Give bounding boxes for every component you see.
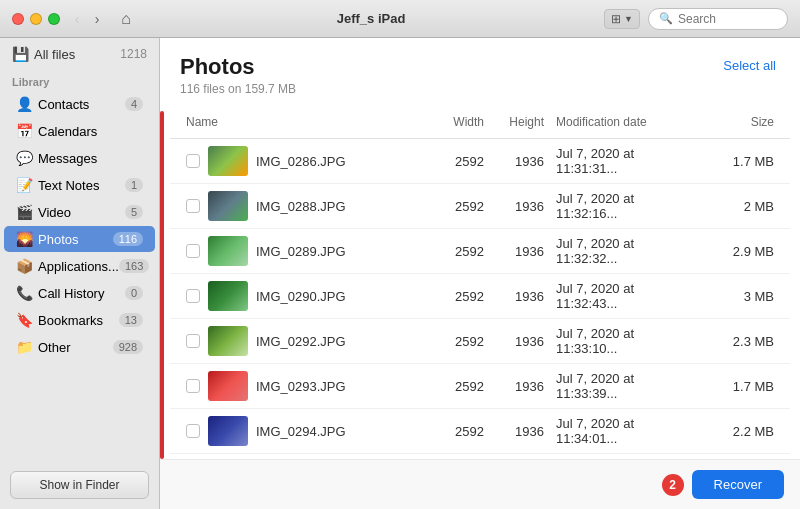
applications-icon: 📦 bbox=[16, 258, 32, 274]
forward-button[interactable]: › bbox=[88, 10, 106, 28]
table-row[interactable]: IMG_0294.JPG 2592 1936 Jul 7, 2020 at 11… bbox=[170, 409, 790, 454]
sidebar-item-label-applications: Applications... bbox=[38, 259, 119, 274]
sidebar-count-contacts: 4 bbox=[125, 97, 143, 111]
table-header: Name Width Height Modification date Size bbox=[170, 106, 790, 139]
file-label: IMG_0288.JPG bbox=[256, 199, 346, 214]
file-checkbox-4[interactable] bbox=[186, 334, 200, 348]
file-width: 2592 bbox=[430, 286, 490, 307]
table-row[interactable]: IMG_0293.JPG 2592 1936 Jul 7, 2020 at 11… bbox=[170, 364, 790, 409]
file-label: IMG_0293.JPG bbox=[256, 379, 346, 394]
col-header-name: Name bbox=[180, 111, 430, 133]
file-checkbox-5[interactable] bbox=[186, 379, 200, 393]
close-button[interactable] bbox=[12, 13, 24, 25]
col-header-size: Size bbox=[700, 111, 780, 133]
sidebar-item-left: 📞 Call History bbox=[16, 285, 104, 301]
select-all-button[interactable]: Select all bbox=[719, 54, 780, 77]
sidebar-item-applications[interactable]: 📦 Applications... 163 bbox=[4, 253, 155, 279]
table-row[interactable]: IMG_0290.JPG 2592 1936 Jul 7, 2020 at 11… bbox=[170, 274, 790, 319]
allfiles-count: 1218 bbox=[120, 47, 147, 61]
file-width: 2592 bbox=[430, 151, 490, 172]
file-height: 1936 bbox=[490, 331, 550, 352]
other-icon: 📁 bbox=[16, 339, 32, 355]
table-row[interactable]: IMG_0288.JPG 2592 1936 Jul 7, 2020 at 11… bbox=[170, 184, 790, 229]
file-mod-date: Jul 7, 2020 at 11:32:32... bbox=[550, 233, 700, 269]
video-icon: 🎬 bbox=[16, 204, 32, 220]
allfiles-left: 💾 All files bbox=[12, 46, 75, 62]
file-checkbox-0[interactable] bbox=[186, 154, 200, 168]
file-size: 1.7 MB bbox=[700, 376, 780, 397]
file-name-cell: IMG_0295.JPG bbox=[180, 458, 430, 459]
thumbnail-4 bbox=[208, 326, 248, 356]
file-size: 2.2 MB bbox=[700, 421, 780, 442]
sidebar-item-left: 📁 Other bbox=[16, 339, 71, 355]
sidebar-item-contacts[interactable]: 👤 Contacts 4 bbox=[4, 91, 155, 117]
file-height: 1936 bbox=[490, 241, 550, 262]
file-checkbox-2[interactable] bbox=[186, 244, 200, 258]
view-toggle-button[interactable]: ⊞ ▼ bbox=[604, 9, 640, 29]
table-row[interactable]: IMG_0292.JPG 2592 1936 Jul 7, 2020 at 11… bbox=[170, 319, 790, 364]
col-header-mod-date: Modification date bbox=[550, 111, 700, 133]
recover-button[interactable]: Recover bbox=[692, 470, 784, 499]
file-mod-date: Jul 7, 2020 at 11:31:31... bbox=[550, 143, 700, 179]
back-button[interactable]: ‹ bbox=[68, 10, 86, 28]
sidebar-item-messages[interactable]: 💬 Messages bbox=[4, 145, 155, 171]
col-header-width: Width bbox=[430, 111, 490, 133]
search-bar[interactable]: 🔍 bbox=[648, 8, 788, 30]
sidebar-item-left: 🌄 Photos bbox=[16, 231, 78, 247]
bookmarks-icon: 🔖 bbox=[16, 312, 32, 328]
table-container[interactable]: Name Width Height Modification date Size… bbox=[160, 106, 800, 459]
file-checkbox-3[interactable] bbox=[186, 289, 200, 303]
sidebar-item-text-notes[interactable]: 📝 Text Notes 1 bbox=[4, 172, 155, 198]
file-label: IMG_0286.JPG bbox=[256, 154, 346, 169]
sidebar-count-text-notes: 1 bbox=[125, 178, 143, 192]
sidebar-item-left: 📝 Text Notes bbox=[16, 177, 99, 193]
content-area: Photos 116 files on 159.7 MB Select all … bbox=[160, 38, 800, 509]
table-row[interactable]: IMG_0289.JPG 2592 1936 Jul 7, 2020 at 11… bbox=[170, 229, 790, 274]
text-notes-icon: 📝 bbox=[16, 177, 32, 193]
file-mod-date: Jul 7, 2020 at 11:33:10... bbox=[550, 323, 700, 359]
content-wrapper: Name Width Height Modification date Size… bbox=[160, 106, 800, 459]
sidebar-item-photos[interactable]: 🌄 Photos 116 bbox=[4, 226, 155, 252]
sidebar-count-bookmarks: 13 bbox=[119, 313, 143, 327]
sidebar-count-video: 5 bbox=[125, 205, 143, 219]
home-button[interactable]: ⌂ bbox=[114, 7, 138, 31]
sidebar-item-label-messages: Messages bbox=[38, 151, 97, 166]
sidebar-item-call-history[interactable]: 📞 Call History 0 bbox=[4, 280, 155, 306]
file-checkbox-6[interactable] bbox=[186, 424, 200, 438]
file-size: 2.3 MB bbox=[700, 331, 780, 352]
sidebar-item-video[interactable]: 🎬 Video 5 bbox=[4, 199, 155, 225]
content-subtitle: 116 files on 159.7 MB bbox=[180, 82, 296, 96]
table-row[interactable]: IMG_0295.JPG 2592 1936 Jul 7, 2020 at 11… bbox=[170, 454, 790, 459]
messages-icon: 💬 bbox=[16, 150, 32, 166]
thumbnail-1 bbox=[208, 191, 248, 221]
calendars-icon: 📅 bbox=[16, 123, 32, 139]
file-height: 1936 bbox=[490, 376, 550, 397]
sidebar-count-call-history: 0 bbox=[125, 286, 143, 300]
sidebar-item-label-contacts: Contacts bbox=[38, 97, 89, 112]
thumbnail-3 bbox=[208, 281, 248, 311]
file-size: 2.9 MB bbox=[700, 241, 780, 262]
minimize-button[interactable] bbox=[30, 13, 42, 25]
sidebar-item-other[interactable]: 📁 Other 928 bbox=[4, 334, 155, 360]
sidebar-item-left: 💬 Messages bbox=[16, 150, 97, 166]
show-in-finder-button[interactable]: Show in Finder bbox=[10, 471, 149, 499]
sidebar-item-left: 🎬 Video bbox=[16, 204, 71, 220]
file-label: IMG_0292.JPG bbox=[256, 334, 346, 349]
sidebar-item-bookmarks[interactable]: 🔖 Bookmarks 13 bbox=[4, 307, 155, 333]
maximize-button[interactable] bbox=[48, 13, 60, 25]
sidebar-item-allfiles[interactable]: 💾 All files 1218 bbox=[0, 38, 159, 70]
sidebar-item-label-call-history: Call History bbox=[38, 286, 104, 301]
file-mod-date: Jul 7, 2020 at 11:32:16... bbox=[550, 188, 700, 224]
file-width: 2592 bbox=[430, 196, 490, 217]
sidebar-item-label-other: Other bbox=[38, 340, 71, 355]
table-row[interactable]: IMG_0286.JPG 2592 1936 Jul 7, 2020 at 11… bbox=[170, 139, 790, 184]
thumbnail-2 bbox=[208, 236, 248, 266]
file-size: 2 MB bbox=[700, 196, 780, 217]
content-title: Photos bbox=[180, 54, 296, 80]
photos-icon: 🌄 bbox=[16, 231, 32, 247]
file-size: 3 MB bbox=[700, 286, 780, 307]
content-footer: 2 Recover bbox=[160, 459, 800, 509]
file-checkbox-1[interactable] bbox=[186, 199, 200, 213]
sidebar-item-calendars[interactable]: 📅 Calendars bbox=[4, 118, 155, 144]
search-input[interactable] bbox=[678, 12, 777, 26]
